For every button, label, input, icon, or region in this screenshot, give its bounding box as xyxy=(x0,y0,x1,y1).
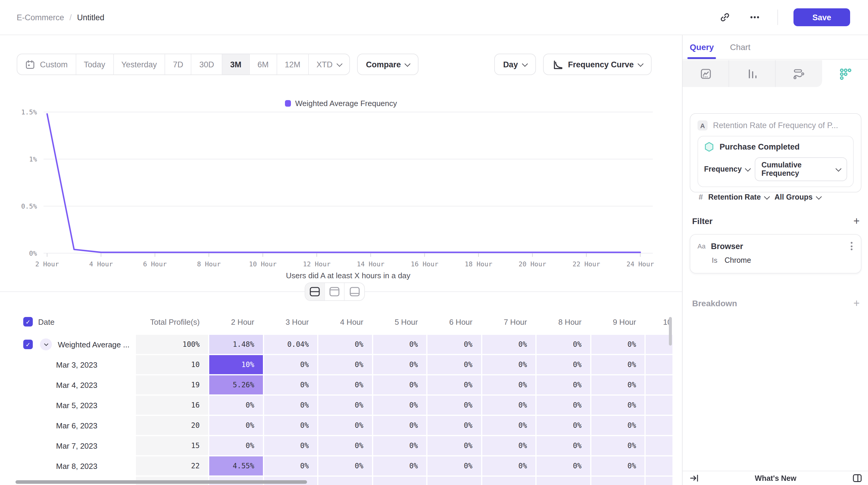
chart-type-button[interactable]: Frequency Curve xyxy=(543,54,652,75)
svg-text:18 Hour: 18 Hour xyxy=(465,260,492,268)
value-cell: 0% xyxy=(536,355,591,375)
header-hour: 9 Hour xyxy=(591,317,646,327)
more-options-button[interactable] xyxy=(748,10,762,25)
frequency-type-dropdown[interactable]: Cumulative Frequency xyxy=(755,157,847,181)
panel-layout-button[interactable] xyxy=(852,473,863,484)
tab-chart[interactable]: Chart xyxy=(730,35,750,59)
value-cell xyxy=(428,477,482,485)
value-cell: 0% xyxy=(591,436,646,456)
date-cell: ✓Weighted Average ... xyxy=(17,335,136,355)
value-cell: 0% xyxy=(318,335,373,355)
range-30d[interactable]: 30D xyxy=(192,54,223,74)
value-cell: 0% xyxy=(373,436,428,456)
range-xtd[interactable]: XTD xyxy=(309,54,349,74)
filter-heading: Filter xyxy=(692,216,712,226)
tab-query[interactable]: Query xyxy=(690,35,714,59)
metric-dropdown[interactable]: Retention Rate xyxy=(708,193,769,201)
value-cell xyxy=(646,477,673,485)
split-view-button[interactable] xyxy=(305,283,325,300)
granularity-button[interactable]: Day xyxy=(494,54,536,75)
vertical-scrollbar[interactable] xyxy=(669,317,672,346)
event-selector[interactable]: Purchase Completed xyxy=(704,142,847,152)
compare-button[interactable]: Compare xyxy=(357,54,419,75)
range-yesterday[interactable]: Yesterday xyxy=(114,54,165,74)
header-hour: 7 Hour xyxy=(482,317,536,327)
horizontal-scrollbar[interactable] xyxy=(16,480,307,484)
save-button[interactable]: Save xyxy=(794,8,850,26)
frequency-dropdown[interactable]: Frequency xyxy=(704,165,750,173)
header-hour: 6 Hour xyxy=(428,317,482,327)
range-12m[interactable]: 12M xyxy=(277,54,309,74)
row-label: Mar 3, 2023 xyxy=(56,360,97,369)
app-window: E-Commerce / Untitled Save xyxy=(0,0,868,485)
total-cell: 20 xyxy=(136,416,209,436)
table-row: Mar 8, 2023224.55%0%0%0%0%0%0%0% xyxy=(17,456,673,477)
select-all-checkbox[interactable]: ✓ xyxy=(23,317,33,326)
whats-new-link[interactable]: What's New xyxy=(683,474,868,482)
filter-value[interactable]: Chrome xyxy=(724,256,751,264)
table-rows: ✓Weighted Average ...100%1.48%0.04%0%0%0… xyxy=(17,335,673,485)
table-view-button[interactable] xyxy=(345,283,364,300)
value-cell: 0% xyxy=(209,436,264,456)
series-title[interactable]: Retention Rate of Frequency of P... xyxy=(713,121,838,130)
table-view-icon xyxy=(349,287,360,297)
tab-bar-chart[interactable] xyxy=(729,60,776,87)
chevron-down-icon xyxy=(522,61,528,66)
total-cell: 10 xyxy=(136,355,209,375)
svg-text:12 Hour: 12 Hour xyxy=(303,260,331,268)
filter-card[interactable]: Aa Browser Is Chrome xyxy=(690,234,862,273)
link-icon xyxy=(719,12,730,23)
filter-menu-button[interactable] xyxy=(849,241,854,252)
value-cell xyxy=(646,375,673,396)
value-cell: 0% xyxy=(482,436,536,456)
tab-frequency[interactable] xyxy=(822,60,868,87)
chart-type-tabs xyxy=(683,60,868,87)
value-cell: 0% xyxy=(318,416,373,436)
frequency-curve-icon xyxy=(552,59,563,70)
range-3m[interactable]: 3M xyxy=(222,54,250,74)
value-cell xyxy=(482,477,536,485)
date-range-group: Custom Today Yesterday 7D 30D 3M 6M 12M … xyxy=(17,54,350,75)
value-cell xyxy=(373,477,428,485)
range-custom[interactable]: Custom xyxy=(17,54,76,74)
value-cell: 0% xyxy=(373,396,428,416)
value-cell xyxy=(591,477,646,485)
value-cell xyxy=(646,396,673,416)
value-cell xyxy=(318,477,373,485)
row-checkbox[interactable]: ✓ xyxy=(23,340,33,349)
groups-dropdown[interactable]: All Groups xyxy=(774,193,821,201)
row-label: Mar 7, 2023 xyxy=(56,441,97,450)
tab-line-chart[interactable] xyxy=(683,60,729,87)
value-cell: 0% xyxy=(536,416,591,436)
chevron-down-icon xyxy=(44,342,48,346)
value-cell: 0% xyxy=(428,396,482,416)
value-cell: 0% xyxy=(428,416,482,436)
report-title[interactable]: Untitled xyxy=(77,13,104,22)
sidebar-tabs: Query Chart xyxy=(683,35,868,60)
value-cell: 0% xyxy=(373,375,428,396)
add-breakdown-button[interactable]: + xyxy=(854,298,860,309)
collapse-sidebar-button[interactable] xyxy=(688,473,699,484)
filter-property[interactable]: Browser xyxy=(711,241,743,251)
value-cell: 0% xyxy=(536,396,591,416)
range-today[interactable]: Today xyxy=(76,54,114,74)
query-series-card: A Retention Rate of Frequency of P... Pu… xyxy=(690,113,862,192)
value-cell: 0% xyxy=(373,456,428,477)
breadcrumb: E-Commerce / Untitled xyxy=(17,13,104,22)
filter-operator[interactable]: Is xyxy=(712,256,717,264)
row-label: Mar 5, 2023 xyxy=(56,401,97,410)
row-expand-button[interactable] xyxy=(40,338,52,350)
table-row: Mar 4, 2023195.26%0%0%0%0%0%0%0% xyxy=(17,375,673,396)
panel-icon xyxy=(852,474,862,483)
range-7d[interactable]: 7D xyxy=(165,54,192,74)
tab-flow-chart[interactable] xyxy=(776,60,822,87)
add-filter-button[interactable]: + xyxy=(854,216,860,226)
breadcrumb-section[interactable]: E-Commerce xyxy=(17,13,64,22)
copy-link-button[interactable] xyxy=(718,10,732,25)
chart-view-button[interactable] xyxy=(325,283,345,300)
range-6m[interactable]: 6M xyxy=(250,54,277,74)
split-view-icon xyxy=(309,287,320,297)
svg-text:0.5%: 0.5% xyxy=(21,202,37,210)
header-hour: 10 Hour xyxy=(646,317,673,327)
right-sidebar: Query Chart xyxy=(682,35,868,485)
